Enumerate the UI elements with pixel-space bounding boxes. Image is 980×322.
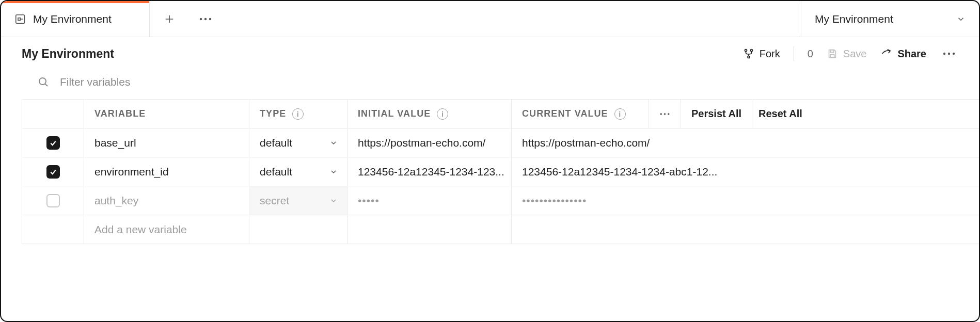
page-title: My Environment: [22, 47, 738, 61]
filter-input[interactable]: [59, 75, 958, 89]
info-icon[interactable]: i: [292, 108, 304, 120]
more-actions-button[interactable]: [940, 44, 958, 63]
header-type: TYPEi: [249, 100, 347, 128]
variable-name[interactable]: auth_key: [84, 186, 249, 215]
new-variable-row[interactable]: Add a new variable: [22, 215, 979, 244]
tab-my-environment[interactable]: My Environment: [1, 1, 150, 37]
environment-selector-label: My Environment: [815, 13, 893, 25]
app-window: My Environment My Environment My Environ…: [0, 0, 980, 322]
info-icon[interactable]: i: [614, 108, 626, 120]
svg-rect-12: [830, 50, 833, 53]
persist-all-button[interactable]: Persist All: [681, 100, 752, 128]
environment-selector[interactable]: My Environment: [801, 1, 979, 37]
table-row: base_urldefaulthttps://postman-echo.com/…: [22, 128, 979, 157]
svg-point-9: [750, 50, 752, 52]
chevron-down-icon: [956, 14, 966, 24]
svg-line-18: [45, 84, 48, 86]
svg-point-5: [200, 18, 202, 20]
type-dropdown[interactable]: default: [249, 157, 347, 186]
environment-icon: [14, 13, 26, 25]
chevron-down-icon: [329, 197, 338, 205]
divider: [794, 46, 794, 61]
variable-name[interactable]: base_url: [84, 128, 249, 157]
chevron-down-icon: [329, 139, 338, 147]
tab-label: My Environment: [33, 13, 112, 25]
header-checkbox: [22, 100, 84, 128]
current-value[interactable]: https://postman-echo.com/: [512, 128, 979, 157]
share-label: Share: [897, 48, 926, 60]
share-icon: [880, 48, 892, 59]
header-more-button[interactable]: [649, 100, 681, 128]
fork-count: 0: [808, 48, 813, 60]
fork-icon: [743, 48, 754, 59]
share-button[interactable]: Share: [880, 48, 926, 60]
header-variable: VARIABLE: [84, 100, 249, 128]
row-checkbox[interactable]: [22, 128, 84, 157]
filter-row: [1, 70, 979, 99]
save-button[interactable]: Save: [827, 48, 867, 60]
header-initial: INITIAL VALUEi: [347, 100, 512, 128]
chevron-down-icon: [329, 168, 338, 176]
fork-label: Fork: [760, 48, 780, 60]
svg-point-10: [748, 56, 750, 58]
new-variable-placeholder[interactable]: Add a new variable: [84, 215, 249, 244]
variables-table: VARIABLE TYPEi INITIAL VALUEi CURRENT VA…: [22, 99, 979, 244]
svg-point-17: [39, 78, 46, 85]
type-dropdown[interactable]: secret: [249, 186, 347, 215]
initial-value[interactable]: https://postman-echo.com/: [347, 128, 512, 157]
svg-point-8: [745, 50, 747, 52]
header-current: CURRENT VALUEi: [512, 100, 649, 128]
svg-point-20: [664, 113, 666, 115]
save-label: Save: [843, 48, 867, 60]
svg-rect-1: [18, 18, 21, 20]
svg-point-16: [953, 53, 955, 55]
svg-point-15: [948, 53, 950, 55]
table-header: VARIABLE TYPEi INITIAL VALUEi CURRENT VA…: [22, 100, 979, 128]
reset-all-button[interactable]: Reset All: [752, 100, 979, 128]
toolbar-actions: Fork 0 Save Share: [743, 44, 958, 63]
svg-point-14: [943, 53, 945, 55]
table-row: auth_keysecret••••••••••••••••••••: [22, 186, 979, 215]
table-row: environment_iddefault123456-12a12345-123…: [22, 157, 979, 186]
fork-button[interactable]: Fork: [743, 48, 780, 60]
initial-value[interactable]: •••••: [347, 186, 512, 215]
variable-name[interactable]: environment_id: [84, 157, 249, 186]
tab-options-button[interactable]: [196, 10, 215, 28]
svg-point-19: [660, 113, 662, 115]
current-value[interactable]: •••••••••••••••: [512, 186, 979, 215]
svg-point-21: [668, 113, 670, 115]
toolbar: My Environment Fork 0 Save: [1, 37, 979, 70]
svg-rect-13: [830, 55, 834, 58]
tab-bar: My Environment My Environment: [1, 1, 979, 37]
current-value[interactable]: 123456-12a12345-1234-1234-abc1-12...: [512, 157, 979, 186]
info-icon[interactable]: i: [437, 108, 448, 120]
svg-point-7: [209, 18, 211, 20]
tabbar-actions: [150, 1, 801, 37]
row-checkbox[interactable]: [22, 157, 84, 186]
initial-value[interactable]: 123456-12a12345-1234-123...: [347, 157, 512, 186]
svg-point-6: [204, 18, 207, 20]
search-icon: [37, 76, 50, 88]
type-dropdown[interactable]: default: [249, 128, 347, 157]
row-checkbox[interactable]: [22, 186, 84, 215]
save-icon: [827, 48, 838, 59]
new-tab-button[interactable]: [160, 10, 179, 28]
